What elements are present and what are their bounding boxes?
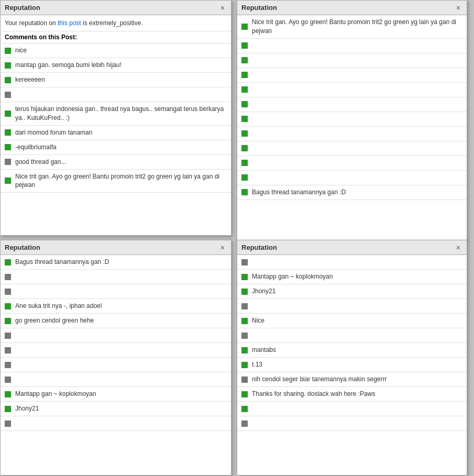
rep-item-text: kereeeeen xyxy=(15,75,45,84)
rep-status-icon xyxy=(5,62,11,69)
list-item xyxy=(1,87,231,102)
rep-status-icon xyxy=(241,259,248,265)
rep-status-icon xyxy=(241,362,248,368)
list-item xyxy=(237,127,467,141)
rep-item-text: Nice trit gan. Ayo go green! Bantu promo… xyxy=(15,172,227,190)
panel-2-body[interactable]: Nice trit gan. Ayo go green! Bantu promo… xyxy=(237,15,467,240)
panel-3-title: Reputation xyxy=(5,243,40,251)
panel-4-close-button[interactable]: × xyxy=(454,243,462,252)
list-item: Mantapp gan ~ koplokmoyan xyxy=(1,387,231,402)
panel-3-close-button[interactable]: × xyxy=(218,243,227,252)
list-item xyxy=(237,171,467,185)
rep-status-icon xyxy=(241,116,248,122)
rep-item-text: terus hijaukan indonesia gan.. thread ny… xyxy=(15,105,227,123)
list-item: Jhony21 xyxy=(237,284,467,299)
list-item: Nice trit gan. Ayo go green! Bantu promo… xyxy=(1,170,231,193)
list-item: Nice xyxy=(237,314,467,328)
rep-status-icon xyxy=(241,333,248,339)
rep-status-icon xyxy=(5,110,11,117)
list-item: terus hijaukan indonesia gan.. thread ny… xyxy=(1,102,231,126)
rep-item-text: t.13 xyxy=(252,360,262,369)
list-item: Bagus thread tanamannya gan :D xyxy=(237,185,467,200)
panel-4-title: Reputation xyxy=(241,243,277,251)
intro-link[interactable]: this post xyxy=(58,19,81,27)
rep-item-text: Bagus thread tanamannya gan :D xyxy=(252,188,346,197)
rep-status-icon xyxy=(241,420,248,427)
rep-item-text: mantabs xyxy=(252,346,276,355)
rep-item-text: Nice trit gan. Ayo go green! Bantu promo… xyxy=(252,18,462,36)
panel-1-header: Reputation × xyxy=(1,1,231,15)
list-item xyxy=(237,53,467,68)
rep-item-text: go green cendol green hehe xyxy=(15,316,94,325)
rep-status-icon xyxy=(241,160,248,166)
list-item xyxy=(237,402,467,416)
list-item: Nice trit gan. Ayo go green! Bantu promo… xyxy=(237,15,467,39)
panel-2-close-button[interactable]: × xyxy=(454,3,462,13)
list-item: mantap gan. semoga bumi lebih hijau! xyxy=(1,58,231,73)
rep-status-icon xyxy=(5,129,11,136)
rep-item-text: dari momod forum tanaman xyxy=(15,128,92,137)
rep-status-icon xyxy=(241,377,248,383)
panel-3-body[interactable]: Bagus thread tanamannya gan :DAne suka t… xyxy=(1,255,231,475)
rep-status-icon xyxy=(241,274,248,280)
rep-status-icon xyxy=(5,333,11,339)
rep-item-text: Jhony21 xyxy=(252,287,275,296)
list-item xyxy=(237,83,467,97)
list-item: kereeeeen xyxy=(1,73,231,87)
panel-2-header: Reputation × xyxy=(237,1,467,15)
list-item: good thread gan... xyxy=(1,155,231,170)
list-item xyxy=(237,255,467,270)
list-item xyxy=(237,141,467,156)
intro-prefix: Your reputation on xyxy=(5,19,58,27)
rep-status-icon xyxy=(5,92,11,98)
rep-status-icon xyxy=(5,274,11,280)
rep-status-icon xyxy=(5,159,11,165)
list-item xyxy=(1,270,231,284)
rep-item-text: mantap gan. semoga bumi lebih hijau! xyxy=(15,61,122,70)
panel-1-comments-label: Comments on this Post: xyxy=(1,31,231,43)
list-item: Thanks for sharing. doslack wah here :Pa… xyxy=(237,387,467,402)
list-item: dari momod forum tanaman xyxy=(1,126,231,140)
panel-1-title: Reputation xyxy=(5,4,40,12)
rep-status-icon xyxy=(5,77,11,83)
rep-status-icon xyxy=(5,420,11,427)
rep-status-icon xyxy=(241,145,248,151)
list-item xyxy=(237,97,467,112)
list-item xyxy=(1,416,231,431)
panel-4-header: Reputation × xyxy=(237,240,467,255)
rep-status-icon xyxy=(241,101,248,107)
rep-item-text: good thread gan... xyxy=(15,158,66,167)
panel-3-header: Reputation × xyxy=(1,240,231,255)
rep-item-text: Nice xyxy=(252,316,264,325)
rep-item-text: Ane suka trit nya -, iphan adoel xyxy=(15,302,102,311)
rep-item-text: Mantapp gan ~ koplokmoyan xyxy=(15,390,96,398)
reputation-panel-3: Reputation × Bagus thread tanamannya gan… xyxy=(0,240,232,475)
list-item xyxy=(1,358,231,372)
rep-status-icon xyxy=(241,24,248,30)
list-item: nice xyxy=(1,43,231,58)
list-item: Bagus thread tanamannya gan :D xyxy=(1,255,231,270)
list-item xyxy=(237,112,467,127)
list-item xyxy=(1,372,231,387)
rep-status-icon xyxy=(5,391,11,397)
panel-1-close-button[interactable]: × xyxy=(218,3,227,13)
list-item xyxy=(1,328,231,343)
rep-status-icon xyxy=(5,48,11,54)
list-item: Ane suka trit nya -, iphan adoel xyxy=(1,299,231,314)
rep-status-icon xyxy=(5,144,11,150)
list-item: Mantapp gan ~ koplokmoyan xyxy=(237,270,467,284)
panel-4-body[interactable]: Mantapp gan ~ koplokmoyanJhony21Nicemant… xyxy=(237,255,467,475)
list-item xyxy=(237,299,467,314)
list-item: nih cendol seger biar tanemannya makin s… xyxy=(237,372,467,387)
list-item: go green cendol green hehe xyxy=(1,314,231,328)
panel-1-body[interactable]: nicemantap gan. semoga bumi lebih hijau!… xyxy=(1,43,231,230)
rep-status-icon xyxy=(5,406,11,412)
rep-status-icon xyxy=(5,178,11,184)
rep-item-text: Thanks for sharing. doslack wah here :Pa… xyxy=(252,390,375,398)
rep-item-text: nih cendol seger biar tanemannya makin s… xyxy=(252,375,387,384)
rep-status-icon xyxy=(241,391,248,397)
reputation-panel-4: Reputation × Mantapp gan ~ koplokmoyanJh… xyxy=(237,240,467,475)
list-item: mantabs xyxy=(237,343,467,358)
list-item xyxy=(237,68,467,83)
rep-status-icon xyxy=(241,318,248,324)
